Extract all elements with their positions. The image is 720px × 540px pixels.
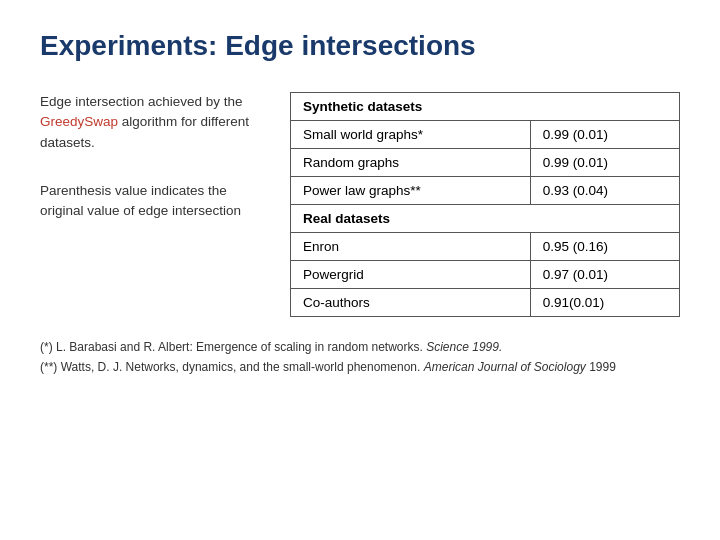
fn2-plain: Watts, D. J. Networks, dynamics, and the…: [57, 360, 423, 374]
row-label: Co-authors: [291, 289, 531, 317]
table-row: Enron0.95 (0.16): [291, 233, 680, 261]
table-section-header: Synthetic datasets: [291, 93, 680, 121]
row-value: 0.99 (0.01): [530, 149, 679, 177]
footnotes: (*) L. Barabasi and R. Albert: Emergence…: [40, 337, 680, 378]
row-label: Power law graphs**: [291, 177, 531, 205]
fn1-marker: (*): [40, 340, 53, 354]
row-label: Powergrid: [291, 261, 531, 289]
desc-block-1: Edge intersection achieved by the Greedy…: [40, 92, 260, 153]
row-value: 0.91(0.01): [530, 289, 679, 317]
table-row: Powergrid0.97 (0.01): [291, 261, 680, 289]
table-section-header: Real datasets: [291, 205, 680, 233]
footnote-2: (**) Watts, D. J. Networks, dynamics, an…: [40, 357, 680, 377]
row-label: Enron: [291, 233, 531, 261]
row-value: 0.95 (0.16): [530, 233, 679, 261]
table-row: Power law graphs**0.93 (0.04): [291, 177, 680, 205]
desc-block-2: Parenthesis value indicates the original…: [40, 181, 260, 222]
table-row: Random graphs0.99 (0.01): [291, 149, 680, 177]
row-label: Random graphs: [291, 149, 531, 177]
left-panel: Edge intersection achieved by the Greedy…: [40, 92, 260, 317]
fn2-italic: American Journal of Sociology: [424, 360, 586, 374]
section-header-cell: Real datasets: [291, 205, 680, 233]
table-row: Co-authors0.91(0.01): [291, 289, 680, 317]
page-container: Experiments: Edge intersections Edge int…: [0, 0, 720, 540]
greedy-swap-link[interactable]: GreedySwap: [40, 114, 118, 129]
right-panel: Synthetic datasetsSmall world graphs*0.9…: [290, 92, 680, 317]
results-table: Synthetic datasetsSmall world graphs*0.9…: [290, 92, 680, 317]
content-area: Edge intersection achieved by the Greedy…: [40, 92, 680, 317]
desc1-prefix: Edge intersection achieved by the: [40, 94, 243, 109]
footnote-1: (*) L. Barabasi and R. Albert: Emergence…: [40, 337, 680, 357]
page-title: Experiments: Edge intersections: [40, 30, 680, 62]
table-row: Small world graphs*0.99 (0.01): [291, 121, 680, 149]
desc2-text: Parenthesis value indicates the original…: [40, 183, 241, 218]
row-value: 0.99 (0.01): [530, 121, 679, 149]
fn2-after: 1999: [586, 360, 616, 374]
row-label: Small world graphs*: [291, 121, 531, 149]
fn2-marker: (**): [40, 360, 57, 374]
row-value: 0.93 (0.04): [530, 177, 679, 205]
fn1-plain: L. Barabasi and R. Albert: Emergence of …: [53, 340, 427, 354]
fn1-italic: Science 1999.: [426, 340, 502, 354]
section-header-cell: Synthetic datasets: [291, 93, 680, 121]
row-value: 0.97 (0.01): [530, 261, 679, 289]
